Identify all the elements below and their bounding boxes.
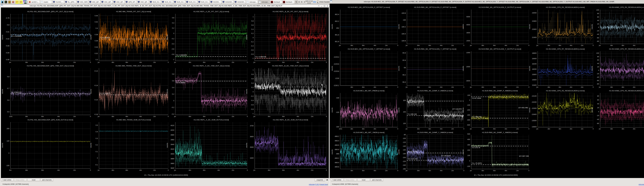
svg-text:-2m: -2m <box>451 86 454 88</box>
svg-text:counts: counts <box>2 89 3 94</box>
svg-text:)m: )m <box>174 61 176 63</box>
svg-text:H1:SUS-MC1_M1_OPTICALIGN_P_OFF: H1:SUS-MC1_M1_OPTICALIGN_P_OFFSET [s-tre… <box>348 6 390 8</box>
svg-text:counts: counts <box>166 89 168 94</box>
svg-text:-2m: -2m <box>231 61 234 63</box>
svg-text:-330: -330 <box>336 126 339 128</box>
svg-text:counts: counts <box>462 66 464 71</box>
svg-text:-0.82: -0.82 <box>6 38 10 40</box>
svg-text:counts: counts <box>398 24 400 29</box>
svg-text:counts: counts <box>591 24 593 29</box>
svg-text:-2230.2: -2230.2 <box>334 84 339 86</box>
svg-text:851.8: 851.8 <box>335 34 339 36</box>
svg-text:0: 0 <box>168 116 168 117</box>
svg-text:-4m: -4m <box>57 116 60 117</box>
svg-text:-55.6: -55.6 <box>402 52 406 54</box>
svg-text:-2m: -2m <box>231 169 234 171</box>
svg-text:0.1: 0.1 <box>96 151 98 153</box>
svg-text:80: 80 <box>597 13 599 15</box>
svg-text:-2m: -2m <box>451 170 454 171</box>
svg-text:-15300: -15300 <box>532 107 536 109</box>
svg-text:H1:ISI-HAM1_CPS_RY_RESIDUALMON: H1:ISI-HAM1_CPS_RY_RESIDUALMON [s-trend] <box>546 48 585 50</box>
svg-text:-0.13: -0.13 <box>94 70 98 72</box>
svg-text:0: 0 <box>173 100 174 102</box>
svg-text:H1:SUS-MC1_M3_WIT_PMON [s-tren: H1:SUS-MC1_M3_WIT_PMON [s-trend] <box>353 90 384 92</box>
svg-text:-869: -869 <box>336 153 339 155</box>
svg-text:-0.4: -0.4 <box>172 113 174 115</box>
svg-text:Y1=-0.814093: Y1=-0.814093 <box>11 35 22 37</box>
svg-text:-6m: -6m <box>493 128 496 130</box>
svg-text:-8m: -8m <box>111 169 114 171</box>
svg-text:H1:PSL-ISS_SECONDLOOP_QPD_PIT_: H1:PSL-ISS_SECONDLOOP_QPD_PIT_OUT_DQ [s-… <box>27 11 74 13</box>
svg-text:H1:IMC-IM4_TRANS_PIT_OUT_DQ [s: H1:IMC-IM4_TRANS_PIT_OUT_DQ [s-trend] <box>116 11 151 13</box>
svg-text:-6m: -6m <box>362 128 364 130</box>
svg-text:-184.2: -184.2 <box>401 26 406 28</box>
svg-text:-4m: -4m <box>296 61 299 63</box>
svg-text:0: 0 <box>8 152 10 154</box>
svg-text:-0.8: -0.8 <box>172 53 174 55</box>
svg-text:-140: -140 <box>402 145 406 147</box>
svg-text:H1:ASC-REFL_B_DC_PIT_OUT_DQ [s: H1:ASC-REFL_B_DC_PIT_OUT_DQ [s-trend] <box>273 11 308 13</box>
svg-text:H1:SUS-RM2_M1_OPTICALIGN_Y_OUT: H1:SUS-RM2_M1_OPTICALIGN_Y_OUTPUT [s-tre… <box>478 48 521 50</box>
svg-text:)m: )m <box>406 170 408 171</box>
svg-text:-0.6: -0.6 <box>251 104 254 106</box>
svg-text:-6m: -6m <box>493 44 496 46</box>
svg-text:H1:ASC-REFL_A_DC_SUM_OUT16 [s-: H1:ASC-REFL_A_DC_SUM_OUT16 [s-trend] <box>194 119 229 121</box>
svg-text:15600: 15600 <box>532 79 536 81</box>
svg-text:-80: -80 <box>596 40 599 42</box>
svg-text:-8m: -8m <box>547 128 550 130</box>
svg-text:-6m: -6m <box>362 170 364 171</box>
svg-text:-2m: -2m <box>451 44 454 46</box>
svg-text:H1:PSL-ISS_SECONDLOOP_QPD_SUM_: H1:PSL-ISS_SECONDLOOP_QPD_SUM_OUT16 [s-t… <box>28 119 73 121</box>
svg-text:0: 0 <box>592 128 594 130</box>
svg-text:-300: -300 <box>467 114 470 116</box>
svg-text:Y1=-70.3976: Y1=-70.3976 <box>472 162 482 164</box>
svg-text:counts: counts <box>528 24 530 29</box>
svg-text:)m: )m <box>253 169 255 171</box>
svg-text:0.6: 0.6 <box>251 78 254 80</box>
svg-text:0.4: 0.4 <box>96 131 98 133</box>
svg-text:3840: 3840 <box>170 167 174 169</box>
svg-text:-2229.8: -2229.8 <box>334 70 339 72</box>
svg-text:-8m: -8m <box>547 86 550 88</box>
svg-text:-8m: -8m <box>268 169 270 171</box>
svg-text:H1:SUS-RM1_M1_OPTICALIGN_P_OFF: H1:SUS-RM1_M1_OPTICALIGN_P_OFFSET [s-tre… <box>414 6 456 8</box>
svg-text:80: 80 <box>597 56 599 58</box>
svg-text:0: 0 <box>173 32 174 34</box>
svg-text:-0.4: -0.4 <box>251 100 254 101</box>
svg-text:-180: -180 <box>402 153 406 155</box>
svg-text:H1:SUS-MC1_M3_WIT_YMON [s-tren: H1:SUS-MC1_M3_WIT_YMON [s-trend] <box>353 132 384 133</box>
svg-text:60: 60 <box>597 16 599 18</box>
svg-text:-6m: -6m <box>282 61 285 63</box>
svg-text:-868.4: -868.4 <box>334 140 339 142</box>
svg-text:-8m: -8m <box>417 128 420 130</box>
svg-text:counts: counts <box>331 108 333 113</box>
svg-text:3880: 3880 <box>170 158 174 160</box>
svg-text:)m: )m <box>253 61 255 63</box>
svg-text:40: 40 <box>597 20 599 22</box>
svg-text:3980: 3980 <box>170 134 174 136</box>
svg-text:0: 0 <box>247 169 248 171</box>
svg-text:-8m: -8m <box>25 169 28 171</box>
svg-text:-6m: -6m <box>493 86 496 88</box>
svg-text:-868.6: -868.6 <box>334 144 339 146</box>
svg-text:H1:ASC-REFL_B_DC_YAW_OUT_DQ [s: H1:ASC-REFL_B_DC_YAW_OUT_DQ [s-trend] <box>272 65 309 67</box>
svg-text:Y2=67.9304: Y2=67.9304 <box>472 97 481 99</box>
svg-text:0: 0 <box>528 86 529 88</box>
svg-text:0: 0 <box>397 128 398 130</box>
svg-text:-2229.6: -2229.6 <box>334 63 339 65</box>
svg-text:)m: )m <box>536 44 538 46</box>
svg-text:-184.6: -184.6 <box>401 40 406 42</box>
svg-text:-2m: -2m <box>73 61 76 63</box>
svg-text:-0.1: -0.1 <box>95 164 98 166</box>
svg-text:200: 200 <box>467 149 470 151</box>
svg-text:-6m: -6m <box>41 61 44 63</box>
svg-text:-2m: -2m <box>310 116 313 117</box>
svg-text:0.44: 0.44 <box>95 15 98 17</box>
svg-text:300: 300 <box>403 100 406 101</box>
svg-text:-15400: -15400 <box>532 113 536 115</box>
svg-text:counts: counts <box>246 89 248 94</box>
svg-text:-2m: -2m <box>516 86 519 88</box>
svg-text:40: 40 <box>597 62 599 64</box>
svg-text:-4m: -4m <box>570 86 572 88</box>
svg-text:-4m: -4m <box>57 61 60 63</box>
